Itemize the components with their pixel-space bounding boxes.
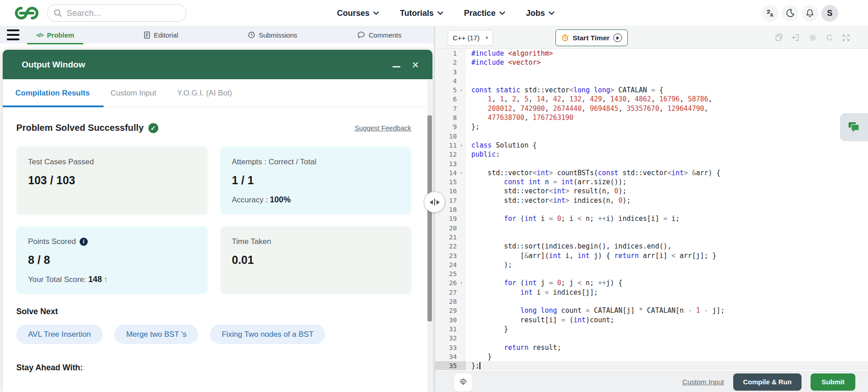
hamburger-menu-icon[interactable] [7,29,19,40]
fold-arrow-icon[interactable]: ▾ [457,168,466,177]
card-attempts-correct-total: Attempts : Correct / Total1 / 1Accuracy … [220,147,412,215]
line-number: 2 [435,58,457,67]
line-number: 4 [435,76,457,86]
code-line: 28 [435,297,868,306]
editor-toolbar: C++ (17) ▾ Start Timer [435,26,868,49]
line-number: 31 [435,325,457,334]
line-number: 28 [435,297,457,306]
code-editor[interactable]: 1#include <algorithm>2#include <vector>3… [435,49,868,371]
minimize-icon[interactable] [393,66,400,67]
output-tab-compilation-results[interactable]: Compilation Results [15,89,90,98]
text-cursor [479,362,480,369]
code-line: 1#include <algorithm> [435,49,868,58]
clock-icon [248,31,255,38]
tab-editorial[interactable]: Editorial [144,26,178,43]
line-number: 27 [435,288,457,297]
menu-item-jobs[interactable]: Jobs [526,9,555,18]
compilation-results-pane: Problem Solved Successfully ✓ Suggest Fe… [3,107,427,392]
line-number: 32 [435,334,457,343]
line-number: 24 [435,260,457,269]
hint-lightbulb-icon[interactable] [454,373,472,392]
nav-actions: AS [762,0,838,26]
dark-mode-icon[interactable] [782,5,798,22]
code-line: 12public: [435,150,868,159]
timer-clock-icon [561,34,569,42]
submit-button[interactable]: Submit [811,373,855,391]
output-tab-custom-input[interactable]: Custom Input [110,89,156,98]
solve-next-chips: AVL Tree InsertionMerge two BST 'sFixing… [16,325,411,344]
chip-avl-tree-insertion[interactable]: AVL Tree Insertion [16,325,103,344]
tab-submissions[interactable]: Submissions [248,26,297,43]
line-number: 3 [435,67,457,76]
search-input[interactable] [66,8,175,18]
line-number: 35 [435,361,457,370]
line-number: 20 [435,224,457,233]
code-line: 20 [435,224,868,233]
chat-feedback-widget[interactable] [840,113,868,141]
code-line: 9}; [435,122,868,131]
line-number: 34 [435,352,457,361]
solve-next-heading: Solve Next [16,307,411,316]
code-line: 8 477638700, 1767263190 [435,113,868,122]
close-icon[interactable]: × [412,60,419,69]
card-value: 8 / 8 [28,253,196,267]
start-timer-button[interactable]: Start Timer [555,29,628,46]
menu-item-tutorials[interactable]: Tutorials [400,9,443,18]
fold-arrow-icon[interactable]: ▾ [457,86,466,95]
language-select[interactable]: C++ (17) ▾ [448,30,493,46]
chevron-down-icon [373,11,379,15]
card-test-cases-passed: Test Cases Passed103 / 103 [16,147,208,215]
notifications-icon[interactable] [802,5,818,22]
code-line: 33 return result; [435,343,868,352]
code-line: 17 std::vector<int> indices(n, 0); [435,196,868,205]
line-number: 22 [435,242,457,251]
suggest-feedback-link[interactable]: Suggest Feedback [355,124,411,132]
settings-icon[interactable] [808,33,817,42]
code-icon: </> [36,32,43,38]
line-number: 7 [435,104,457,113]
gfg-logo-icon[interactable] [14,6,39,22]
chip-merge-two-bst-s[interactable]: Merge two BST 's [114,325,198,344]
info-icon[interactable]: i [80,238,88,246]
document-icon [144,31,150,39]
custom-input-link[interactable]: Custom Input [682,378,724,386]
tab-problem[interactable]: </> Problem [36,26,74,43]
nav-menu: Courses Tutorials Practice Jobs [337,0,555,26]
success-check-icon: ✓ [148,123,158,133]
line-number: 6 [435,95,457,104]
line-number: 9 [435,122,457,131]
tab-comments[interactable]: Comments [357,26,402,43]
panel-resize-handle[interactable] [424,191,445,213]
fold-arrow-icon[interactable]: ▾ [457,278,466,287]
copy-icon[interactable] [775,33,783,42]
reset-icon[interactable] [825,33,834,42]
line-number: 5 [435,86,457,95]
card-value: 1 / 1 [232,174,400,187]
import-icon[interactable] [792,33,800,42]
stay-ahead-heading: Stay Ahead With: [16,363,411,373]
code-line: 27 int i = indices[j]; [435,288,868,297]
code-line: 14▾ std::vector<int> countBSTs(const std… [435,168,868,177]
line-number: 19 [435,214,457,223]
fold-arrow-icon[interactable]: ▾ [457,141,466,150]
menu-item-practice[interactable]: Practice [464,9,505,18]
chevron-down-icon [499,11,505,15]
scrollbar-thumb[interactable] [427,115,432,321]
code-line: 5▾const static std::vector<long long> CA… [435,86,868,95]
chip-fixing-two-nodes-of-a-bst[interactable]: Fixing Two nodes of a BST [210,325,325,344]
user-avatar[interactable]: S [821,5,838,22]
card-time-taken: Time Taken0.01 [220,226,412,294]
output-tab-y-o-g-i-ai-bot-[interactable]: Y.O.G.I. (AI Bot) [177,89,232,98]
translate-icon[interactable]: A [762,5,778,22]
code-line: 15 const int n = int(arr.size()); [435,177,868,186]
svg-text:A: A [770,12,773,18]
chevron-down-icon [549,11,555,15]
line-number: 33 [435,343,457,352]
line-number: 25 [435,269,457,278]
code-line: 25 [435,269,868,278]
output-tabs: Compilation ResultsCustom InputY.O.G.I. … [3,79,432,107]
compile-run-button[interactable]: Compile & Run [733,373,802,391]
menu-item-courses[interactable]: Courses [337,9,379,18]
line-number: 10 [435,132,457,141]
fullscreen-icon[interactable] [842,34,850,42]
